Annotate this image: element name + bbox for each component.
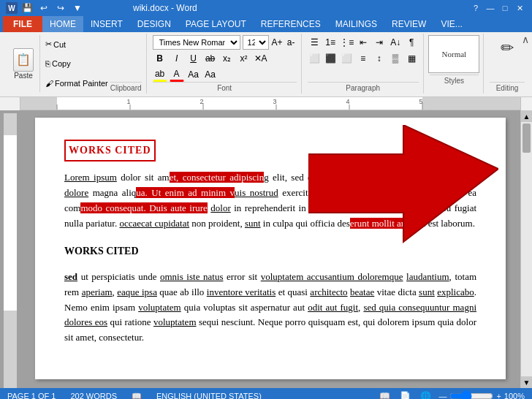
font-size-select[interactable]: 12 bbox=[243, 35, 269, 50]
word-icon: W bbox=[6, 2, 18, 14]
menu-home[interactable]: HOME bbox=[42, 16, 83, 32]
save-button[interactable]: 💾 bbox=[20, 1, 34, 15]
page-count-status: PAGE 1 OF 1 bbox=[7, 392, 56, 399]
align-left-button[interactable]: ⬜ bbox=[308, 51, 322, 66]
voluptate-link: voluptate velit esse bbox=[309, 202, 384, 213]
menu-design[interactable]: DESIGN bbox=[130, 16, 178, 32]
multilevel-list-button[interactable]: ⋮≡ bbox=[340, 35, 354, 50]
justify-button[interactable]: ≡ bbox=[356, 51, 370, 66]
scroll-track bbox=[521, 122, 532, 376]
minimize-button[interactable]: — bbox=[484, 2, 497, 14]
menu-insert[interactable]: INSERT bbox=[83, 16, 130, 32]
paragraph-group: ☰ 1≡ ⋮≡ ⇤ ⇥ A↓ ¶ ⬜ ⬛ ⬜ ≡ ↕ ▒ ▦ Paragraph bbox=[303, 34, 424, 94]
aperiam-link: aperiam bbox=[82, 286, 113, 297]
decrease-indent-button[interactable]: ⇤ bbox=[357, 35, 370, 50]
print-layout-button[interactable]: 📄 bbox=[398, 389, 412, 399]
format-painter-button[interactable]: 🖌 Format Painter bbox=[43, 78, 110, 88]
styles-preview[interactable]: Normal bbox=[428, 35, 479, 73]
menu-mailings[interactable]: MAILINGS bbox=[328, 16, 384, 32]
menu-page-layout[interactable]: PAGE LAYOUT bbox=[178, 16, 254, 32]
svg-text:2: 2 bbox=[200, 98, 203, 105]
show-formatting-button[interactable]: ¶ bbox=[405, 35, 419, 50]
font-aa2-button[interactable]: Aa bbox=[203, 67, 218, 82]
superscript-button[interactable]: x² bbox=[237, 51, 251, 66]
laudantium-link: laudantium bbox=[406, 271, 449, 282]
zoom-control[interactable]: — + 100% bbox=[438, 390, 525, 399]
web-layout-button[interactable]: 🌐 bbox=[418, 389, 433, 399]
vertical-scrollbar[interactable]: ▲ ▼ bbox=[520, 110, 532, 388]
beatae-link: beatae bbox=[350, 286, 374, 297]
clear-format-button[interactable]: ✕A bbox=[254, 51, 268, 66]
align-center-button[interactable]: ⬛ bbox=[324, 51, 338, 66]
word-count-status: 202 WORDS bbox=[70, 392, 117, 399]
works-cited-heading-2: WORKS CITED bbox=[64, 243, 476, 259]
language-label: ENGLISH (UNITED STATES) bbox=[156, 392, 262, 399]
svg-text:4: 4 bbox=[346, 98, 349, 105]
styles-normal: Normal bbox=[442, 50, 467, 58]
shading-button[interactable]: ▒ bbox=[388, 51, 402, 66]
font-aa-button[interactable]: Aa bbox=[186, 67, 201, 82]
voluptatem-link: voluptatem accusantium doloremque bbox=[261, 271, 403, 282]
language-icon: 📖 bbox=[132, 392, 142, 400]
font-color-button[interactable]: A bbox=[170, 67, 184, 82]
menu-file[interactable]: FILE bbox=[3, 16, 42, 32]
sunt-link: sunt bbox=[245, 218, 261, 229]
zoom-slider[interactable] bbox=[449, 390, 493, 399]
lorem-ipsum-link: Lorem ipsum bbox=[64, 172, 117, 183]
strikethrough-button[interactable]: ab bbox=[203, 51, 218, 66]
vertical-ruler-svg bbox=[4, 113, 17, 388]
sort-button[interactable]: A↓ bbox=[389, 35, 403, 50]
bold-button[interactable]: B bbox=[153, 51, 167, 66]
copy-button[interactable]: ⎘ Copy bbox=[43, 58, 110, 69]
underline-button[interactable]: U bbox=[186, 51, 201, 66]
language-icon-symbol: 📖 bbox=[132, 392, 142, 400]
zoom-in-button[interactable]: + bbox=[496, 392, 501, 399]
menu-references[interactable]: REFERENCES bbox=[254, 16, 328, 32]
paste-icon: 📋 bbox=[13, 48, 34, 72]
read-mode-button[interactable]: 📖 bbox=[377, 389, 392, 399]
border-button[interactable]: ▦ bbox=[405, 51, 419, 66]
paste-label: Paste bbox=[14, 72, 33, 80]
scroll-down-button[interactable]: ▼ bbox=[521, 376, 532, 388]
numbering-button[interactable]: 1≡ bbox=[324, 35, 338, 50]
text-highlight-button[interactable]: ab bbox=[153, 67, 167, 82]
ullamco-link: ullamco bbox=[331, 187, 362, 198]
zoom-percent: 100% bbox=[504, 392, 525, 399]
inventore-link: inventore veritatis bbox=[207, 286, 276, 297]
copy-icon: ⎘ bbox=[45, 59, 50, 68]
ruler-area: 1 2 3 4 5 bbox=[0, 97, 532, 110]
status-right-area: 📖 📄 🌐 — + 100% bbox=[377, 389, 525, 399]
decrease-font-button[interactable]: a- bbox=[286, 35, 297, 50]
vertical-ruler bbox=[0, 110, 20, 388]
close-button[interactable]: ✕ bbox=[513, 2, 526, 14]
bullets-button[interactable]: ☰ bbox=[308, 35, 322, 50]
increase-indent-button[interactable]: ⇥ bbox=[373, 35, 387, 50]
help-button[interactable]: ? bbox=[469, 2, 482, 14]
customize-qat-button[interactable]: ▼ bbox=[70, 1, 85, 15]
subscript-button[interactable]: x₂ bbox=[220, 51, 235, 66]
font-name-select[interactable]: Times New Roman bbox=[153, 35, 240, 50]
svg-rect-14 bbox=[4, 135, 17, 311]
line-spacing-button[interactable]: ↕ bbox=[372, 51, 386, 66]
ruler-top: 1 2 3 4 5 bbox=[20, 97, 520, 110]
cut-button[interactable]: ✂ Cut bbox=[43, 39, 110, 50]
svg-text:1: 1 bbox=[126, 98, 130, 105]
maximize-button[interactable]: □ bbox=[498, 2, 512, 14]
undo-button[interactable]: ↩ bbox=[37, 1, 51, 15]
zoom-out-button[interactable]: — bbox=[438, 392, 446, 399]
paste-button[interactable]: 📋 Paste bbox=[7, 35, 40, 92]
omnis-link: omnis iste natus bbox=[160, 271, 223, 282]
align-right-button[interactable]: ⬜ bbox=[340, 51, 354, 66]
styles-group-label: Styles bbox=[430, 75, 479, 85]
font-group: Times New Roman 12 A+ a- B I U ab x₂ x² … bbox=[148, 34, 302, 94]
page-area[interactable]: WORKS CITED Lorem ipsum dolor sit amet, … bbox=[20, 110, 520, 388]
voluptatem3-link: voluptatem bbox=[153, 316, 197, 327]
scroll-thumb[interactable] bbox=[522, 123, 531, 153]
menu-view[interactable]: VIE... bbox=[433, 16, 469, 32]
redo-button[interactable]: ↪ bbox=[53, 1, 68, 15]
increase-font-button[interactable]: A+ bbox=[271, 35, 284, 50]
italic-button[interactable]: I bbox=[170, 51, 184, 66]
scroll-up-button[interactable]: ▲ bbox=[521, 110, 532, 122]
menu-review[interactable]: REVIEW bbox=[384, 16, 433, 32]
ribbon-collapse-button[interactable]: ∧ bbox=[522, 34, 529, 45]
